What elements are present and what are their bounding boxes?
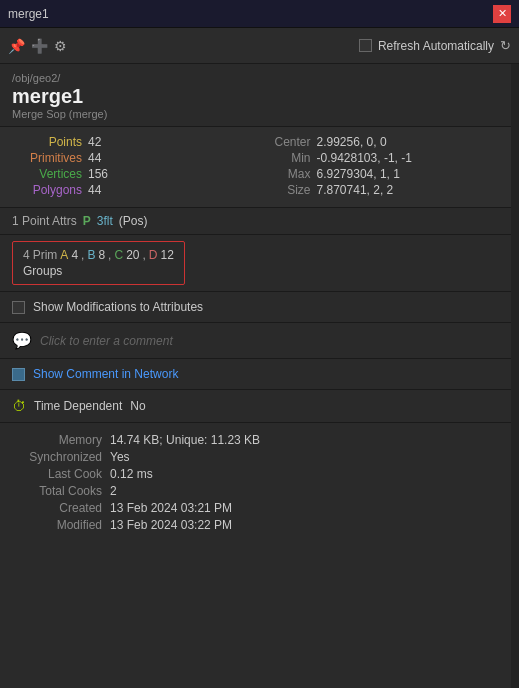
primitives-label: Primitives [12, 151, 82, 165]
close-icon: ✕ [498, 7, 507, 20]
memory-row: Memory 14.74 KB; Unique: 11.23 KB [12, 433, 499, 447]
groups-section: 4 Prim A 4 , B 8 , C 20 , D 12 Groups [0, 235, 511, 292]
attr-badge: P [83, 214, 91, 228]
point-attrs-count: 1 Point Attrs [12, 214, 77, 228]
created-row: Created 13 Feb 2024 03:21 PM [12, 501, 499, 515]
comma-2: , [108, 248, 111, 262]
toolbar: 📌 ➕ ⚙ Refresh Automatically ↻ [0, 28, 519, 64]
show-comment-section: Show Comment in Network [0, 359, 511, 390]
groups-prim-type: Prim [33, 248, 58, 262]
groups-row: 4 Prim A 4 , B 8 , C 20 , D 12 [23, 248, 174, 262]
refresh-icon[interactable]: ↻ [500, 38, 511, 53]
groups-label: Groups [23, 264, 174, 278]
node-header: /obj/geo2/ merge1 Merge Sop (merge) [0, 64, 511, 127]
close-button[interactable]: ✕ [493, 5, 511, 23]
group-c-letter: C [114, 248, 123, 262]
max-value: 6.9279304, 1, 1 [317, 167, 400, 181]
last-cook-label: Last Cook [12, 467, 102, 481]
total-cooks-value: 2 [110, 484, 117, 498]
points-value: 42 [88, 135, 101, 149]
memory-value: 14.74 KB; Unique: 11.23 KB [110, 433, 260, 447]
modified-value: 13 Feb 2024 03:22 PM [110, 518, 232, 532]
group-a-value: 4 [71, 248, 78, 262]
comment-placeholder: Click to enter a comment [40, 334, 173, 348]
window-title: merge1 [8, 7, 49, 21]
comma-1: , [81, 248, 84, 262]
polygons-label: Polygons [12, 183, 82, 197]
groups-prim-count: 4 [23, 248, 30, 262]
points-label: Points [12, 135, 82, 149]
title-bar: merge1 ✕ [0, 0, 519, 28]
primitives-value: 44 [88, 151, 101, 165]
settings-icon[interactable]: ⚙ [54, 38, 67, 54]
show-comment-checkbox[interactable] [12, 368, 25, 381]
node-path: /obj/geo2/ [12, 72, 499, 84]
min-label: Min [256, 151, 311, 165]
max-row: Max 6.9279304, 1, 1 [256, 167, 500, 181]
synchronized-value: Yes [110, 450, 130, 464]
show-comment-label: Show Comment in Network [33, 367, 178, 381]
min-row: Min -0.9428103, -1, -1 [256, 151, 500, 165]
comma-3: , [142, 248, 145, 262]
group-b-value: 8 [98, 248, 105, 262]
time-dependent-value: No [130, 399, 145, 413]
scrollbar[interactable] [511, 64, 519, 688]
total-cooks-row: Total Cooks 2 [12, 484, 499, 498]
modified-label: Modified [12, 518, 102, 532]
group-d-letter: D [149, 248, 158, 262]
group-d-value: 12 [161, 248, 174, 262]
polygons-row: Polygons 44 [12, 183, 256, 197]
title-bar-left: merge1 [8, 7, 49, 21]
comment-icon: 💬 [12, 331, 32, 350]
main-wrapper: /obj/geo2/ merge1 Merge Sop (merge) Poin… [0, 64, 519, 688]
created-label: Created [12, 501, 102, 515]
node-name: merge1 [12, 84, 499, 108]
polygons-value: 44 [88, 183, 101, 197]
points-row: Points 42 [12, 135, 256, 149]
pin-icon[interactable]: 📌 [8, 38, 25, 54]
group-a-letter: A [60, 248, 68, 262]
time-dependent-label: Time Dependent [34, 399, 122, 413]
memory-label: Memory [12, 433, 102, 447]
max-label: Max [256, 167, 311, 181]
group-b-letter: B [87, 248, 95, 262]
synchronized-row: Synchronized Yes [12, 450, 499, 464]
toolbar-right: Refresh Automatically ↻ [359, 38, 511, 53]
size-row: Size 7.870741, 2, 2 [256, 183, 500, 197]
vertices-row: Vertices 156 [12, 167, 256, 181]
synchronized-label: Synchronized [12, 450, 102, 464]
modified-row: Modified 13 Feb 2024 03:22 PM [12, 518, 499, 532]
show-modifications-checkbox[interactable] [12, 301, 25, 314]
size-value: 7.870741, 2, 2 [317, 183, 394, 197]
size-label: Size [256, 183, 311, 197]
stats-right: Center 2.99256, 0, 0 Min -0.9428103, -1,… [256, 135, 500, 199]
stats-section: Points 42 Primitives 44 Vertices 156 Pol… [0, 127, 511, 208]
last-cook-value: 0.12 ms [110, 467, 153, 481]
add-icon[interactable]: ➕ [31, 38, 48, 54]
bottom-stats: Memory 14.74 KB; Unique: 11.23 KB Synchr… [0, 423, 511, 545]
main-content: /obj/geo2/ merge1 Merge Sop (merge) Poin… [0, 64, 511, 688]
attrs-line: 1 Point Attrs P 3flt (Pos) [12, 214, 499, 228]
refresh-auto-checkbox[interactable] [359, 39, 372, 52]
attr-type: 3flt [97, 214, 113, 228]
show-modifications-label: Show Modifications to Attributes [33, 300, 203, 314]
center-label: Center [256, 135, 311, 149]
vertices-label: Vertices [12, 167, 82, 181]
time-dep-icon: ⏱ [12, 398, 26, 414]
created-value: 13 Feb 2024 03:21 PM [110, 501, 232, 515]
stats-left: Points 42 Primitives 44 Vertices 156 Pol… [12, 135, 256, 199]
attrs-section: 1 Point Attrs P 3flt (Pos) [0, 208, 511, 235]
primitives-row: Primitives 44 [12, 151, 256, 165]
groups-box: 4 Prim A 4 , B 8 , C 20 , D 12 Groups [12, 241, 185, 285]
total-cooks-label: Total Cooks [12, 484, 102, 498]
center-value: 2.99256, 0, 0 [317, 135, 387, 149]
min-value: -0.9428103, -1, -1 [317, 151, 412, 165]
time-dependent-section: ⏱ Time Dependent No [0, 390, 511, 423]
refresh-auto-label: Refresh Automatically [378, 39, 494, 53]
node-type: Merge Sop (merge) [12, 108, 499, 120]
last-cook-row: Last Cook 0.12 ms [12, 467, 499, 481]
comment-section[interactable]: 💬 Click to enter a comment [0, 323, 511, 359]
group-c-value: 20 [126, 248, 139, 262]
attr-name: (Pos) [119, 214, 148, 228]
vertices-value: 156 [88, 167, 108, 181]
